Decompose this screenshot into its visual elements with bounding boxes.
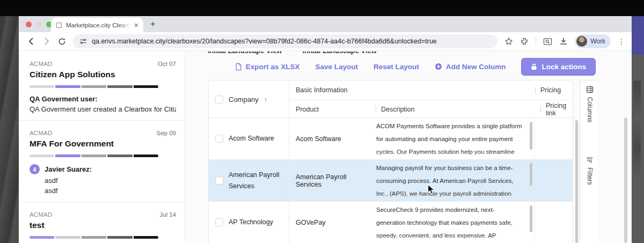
save-layout-button[interactable]: Save Layout <box>315 63 358 71</box>
group-header-basic-information: Basic Information <box>289 80 529 100</box>
card-title: test <box>30 220 176 230</box>
card-progress-bar <box>30 154 158 157</box>
profile-label: Work <box>590 38 605 45</box>
row-checkbox[interactable] <box>215 135 223 143</box>
extensions-icon[interactable] <box>520 37 529 46</box>
row-checkbox[interactable] <box>215 176 223 185</box>
row-checkbox[interactable] <box>215 218 223 226</box>
company-name: Acom Software <box>229 133 274 144</box>
tab-close-icon[interactable]: × <box>134 21 138 29</box>
filters-panel-tab[interactable]: Filters <box>586 157 594 185</box>
card-org-label: ACMAD <box>30 61 53 67</box>
card-author: QA Goverment user: <box>30 95 98 103</box>
group-header-pricing: Pricing <box>529 80 573 100</box>
reload-icon[interactable] <box>58 38 66 46</box>
close-window-button[interactable] <box>26 21 32 27</box>
description-cell[interactable]: Managing payroll for your business can b… <box>369 160 529 201</box>
card-date: Sep 09 <box>157 130 176 136</box>
description-scrollbar[interactable] <box>530 163 532 186</box>
desktop-background-left <box>0 16 19 243</box>
column-header-pricing-link[interactable]: Pricing link <box>534 100 573 118</box>
plus-circle-icon <box>435 63 442 70</box>
landscape-main: Initial Landscape View Initial Landscape… <box>185 51 632 243</box>
document-icon <box>235 63 242 71</box>
company-name: AP Technology <box>229 217 273 228</box>
page-vertical-scrollbar[interactable] <box>624 117 627 243</box>
browser-tab-strip: Marketplace.city Clearbox La × + <box>19 16 632 32</box>
mouse-cursor <box>427 184 435 195</box>
pricing-link-cell[interactable] <box>534 202 573 243</box>
add-new-column-button[interactable]: Add New Column <box>435 63 506 71</box>
site-settings-icon[interactable] <box>79 38 87 45</box>
description-scrollbar[interactable] <box>530 205 532 232</box>
select-all-checkbox[interactable] <box>215 95 223 104</box>
new-tab-button[interactable]: + <box>150 20 155 28</box>
card-date: Jul 14 <box>159 211 176 218</box>
url-text[interactable]: qa.envs.marketplace.city/clearboxes/20/l… <box>92 38 437 45</box>
pricing-link-cell[interactable] <box>534 118 573 159</box>
table-row-highlighted[interactable]: American Payroll Services American Payro… <box>209 160 573 202</box>
product-cell: GOVePay <box>289 202 369 243</box>
card-org-label: ACMAD <box>30 211 53 218</box>
card-progress-bar <box>30 85 158 88</box>
card-date: Oct 07 <box>158 61 176 67</box>
description-cell[interactable]: SecureCheck 9 provides modernized, next-… <box>369 202 529 243</box>
reset-layout-button[interactable]: Reset Layout <box>374 63 419 71</box>
window-controls <box>26 21 52 27</box>
unread-count-badge: 4 <box>30 164 40 174</box>
description-cell[interactable]: ACOM Payments Software provides a single… <box>369 118 529 159</box>
pricing-link-cell[interactable] <box>534 160 573 201</box>
back-icon[interactable] <box>27 37 35 46</box>
sidebar-card-mfa-for-government[interactable]: ACMAD Sep 09 MFA For Government 4 Javier… <box>19 121 185 202</box>
toolbar-divider <box>536 37 536 46</box>
downloads-icon[interactable] <box>559 37 568 46</box>
sidebar-card-citizen-app-solutions[interactable]: ACMAD Oct 07 Citizen App Solutions QA Go… <box>19 51 185 121</box>
columns-icon <box>586 86 594 93</box>
lock-icon <box>531 63 537 70</box>
card-org-label: ACMAD <box>30 130 53 136</box>
minimize-window-button[interactable] <box>36 21 42 27</box>
address-bar[interactable]: qa.envs.marketplace.city/clearboxes/20/l… <box>73 34 497 48</box>
product-cell: Acom Software <box>289 118 369 159</box>
bookmark-star-icon[interactable] <box>504 37 513 46</box>
browser-window: Marketplace.city Clearbox La × + qa.envs… <box>19 16 632 243</box>
table-vertical-scrollbar[interactable] <box>575 120 578 243</box>
columns-panel-tab[interactable]: Columns <box>586 86 594 122</box>
browser-tab[interactable]: Marketplace.city Clearbox La × <box>51 18 143 32</box>
browser-toolbar: qa.envs.marketplace.city/clearboxes/20/l… <box>19 32 632 51</box>
card-comment: asdf <box>45 176 176 185</box>
product-cell: American Payroll Services <box>289 160 369 201</box>
card-title: MFA For Government <box>30 139 176 149</box>
column-header-product[interactable]: Product <box>289 100 369 118</box>
landscape-table: Company ↑ Basic Information Pricing Prod… <box>208 80 573 243</box>
forward-icon[interactable] <box>42 37 51 46</box>
profile-avatar <box>576 36 587 47</box>
table-row[interactable]: Acom Software Acom Software ACOM Payment… <box>209 118 573 160</box>
browser-menu-icon[interactable]: ⋮ <box>618 37 625 46</box>
underlying-window-fragment <box>632 16 644 55</box>
sort-ascending-icon[interactable]: ↑ <box>264 95 268 104</box>
table-header: Company ↑ Basic Information Pricing Prod… <box>209 80 573 118</box>
actions-toolbar: Export as XLSX Save Layout Reset Layout … <box>185 57 596 76</box>
clearbox-sidebar: ACMAD Oct 07 Citizen App Solutions QA Go… <box>19 51 185 243</box>
company-name: American Payroll Services <box>229 170 282 192</box>
sidebar-card-test[interactable]: ACMAD Jul 14 test 1 Javier Suarez: <box>19 202 185 243</box>
filters-icon <box>587 157 594 164</box>
side-panel-search-icon[interactable] <box>543 38 552 46</box>
lock-actions-button[interactable]: Lock actions <box>521 58 596 76</box>
export-xlsx-button[interactable]: Export as XLSX <box>235 63 300 71</box>
card-activity-text: QA Goverment user created a Clearbox for… <box>30 105 176 113</box>
column-header-description[interactable]: Description <box>369 100 529 118</box>
desktop-background-right <box>632 16 644 243</box>
tab-title: Marketplace.city Clearbox La <box>66 22 130 28</box>
company-column-header[interactable]: Company ↑ <box>209 80 289 118</box>
card-author: Javier Suarez: <box>45 165 92 173</box>
page-content: ACMAD Oct 07 Citizen App Solutions QA Go… <box>19 51 632 243</box>
description-scrollbar[interactable] <box>530 122 532 150</box>
card-title: Citizen App Solutions <box>30 70 176 79</box>
tab-favicon <box>56 22 62 28</box>
screen: Marketplace.city Clearbox La × + qa.envs… <box>0 0 644 243</box>
card-comment: asdf <box>45 187 176 195</box>
table-row[interactable]: AP Technology GOVePay SecureCheck 9 prov… <box>209 202 573 243</box>
profile-button[interactable]: Work <box>575 34 611 48</box>
